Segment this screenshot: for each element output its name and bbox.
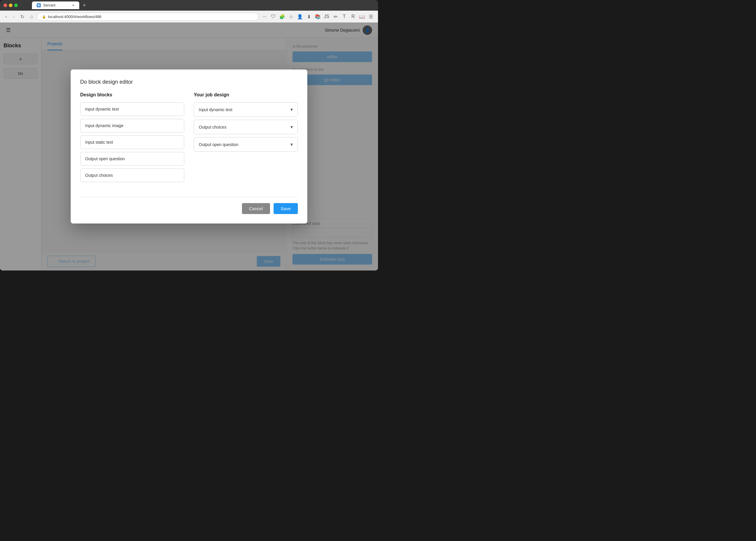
modal-title: Do block design editor (80, 79, 298, 85)
design-blocks-column: Design blocks Input dynamic text Input d… (80, 92, 184, 185)
bookmarks-icon[interactable]: 📚 (314, 13, 321, 20)
star-icon[interactable]: ☆ (287, 13, 295, 20)
browser-tab[interactable]: ✿ Servant × (32, 1, 79, 9)
job-design-select-1[interactable]: Output choices ▾ (194, 120, 298, 134)
maximize-button[interactable] (14, 4, 18, 7)
traffic-lights (4, 4, 18, 7)
tab-close-button[interactable]: × (72, 3, 75, 7)
job-design-select-label-2: Output open question (199, 142, 238, 147)
design-block-item-0[interactable]: Input dynamic text (80, 102, 184, 116)
reload-button[interactable]: ↻ (19, 13, 26, 21)
js-icon[interactable]: JS (323, 13, 330, 20)
translate-icon[interactable]: T (341, 13, 348, 20)
home-button[interactable]: ⌂ (28, 13, 35, 20)
toolbar-actions: ··· 🛡 🧩 ☆ 👤 ⬇ 📚 JS ✏ T R 📖 ☰ (261, 13, 374, 20)
download-icon[interactable]: ⬇ (305, 13, 312, 20)
new-tab-button[interactable]: + (83, 2, 86, 9)
job-design-select-0[interactable]: Input dynamic text ▾ (194, 102, 298, 117)
design-block-item-2[interactable]: Input static text (80, 135, 184, 149)
edit-icon[interactable]: ✏ (332, 13, 339, 20)
job-design-select-label-0: Input dynamic text (199, 107, 232, 112)
chevron-down-icon-2: ▾ (290, 142, 293, 147)
browser-toolbar: ‹ › ↻ ⌂ 🔒 localhost:4000/#/workflows/486… (0, 11, 378, 22)
shield-icon[interactable]: 🛡 (270, 13, 277, 20)
job-design-column: Your job design Input dynamic text ▾ Out… (194, 92, 298, 185)
job-design-select-label-1: Output choices (199, 125, 226, 130)
chevron-down-icon-0: ▾ (290, 107, 293, 112)
minimize-button[interactable] (9, 4, 12, 7)
design-block-item-3[interactable]: Output open question (80, 152, 184, 166)
modal-save-button[interactable]: Save (274, 203, 298, 214)
design-block-item-4[interactable]: Output choices (80, 169, 184, 182)
modal-dialog: Do block design editor Design blocks Inp… (71, 70, 307, 224)
back-button[interactable]: ‹ (4, 13, 9, 20)
tab-favicon: ✿ (37, 3, 41, 7)
cancel-button[interactable]: Cancel (242, 203, 270, 214)
chevron-down-icon-1: ▾ (290, 124, 293, 130)
close-button[interactable] (4, 4, 7, 7)
tab-title: Servant (43, 3, 55, 7)
address-bar[interactable]: 🔒 localhost:4000/#/workflows/486 (37, 13, 259, 21)
job-design-title: Your job design (194, 92, 298, 98)
menu-icon[interactable]: ☰ (367, 13, 374, 20)
more-options-icon[interactable]: ··· (261, 13, 268, 20)
url-text: localhost:4000/#/workflows/486 (48, 14, 101, 19)
forward-button[interactable]: › (11, 13, 16, 20)
browser-titlebar: ✿ Servant × + (0, 0, 378, 11)
design-block-item-1[interactable]: Input dynamic image (80, 119, 184, 133)
extension-icon[interactable]: 🧩 (279, 13, 286, 20)
lock-icon: 🔒 (42, 15, 46, 19)
app-content: ☰ Simone Degiacomi 👤 Blocks λ Do Pro (0, 22, 378, 270)
profile-icon[interactable]: 👤 (296, 13, 303, 20)
modal-footer: Cancel Save (80, 197, 298, 214)
modal-overlay: Do block design editor Design blocks Inp… (0, 22, 378, 270)
reader-icon[interactable]: R (350, 13, 357, 20)
design-blocks-title: Design blocks (80, 92, 184, 98)
modal-body: Design blocks Input dynamic text Input d… (80, 92, 298, 185)
pocket-icon[interactable]: 📖 (358, 13, 366, 20)
job-design-select-2[interactable]: Output open question ▾ (194, 137, 298, 152)
